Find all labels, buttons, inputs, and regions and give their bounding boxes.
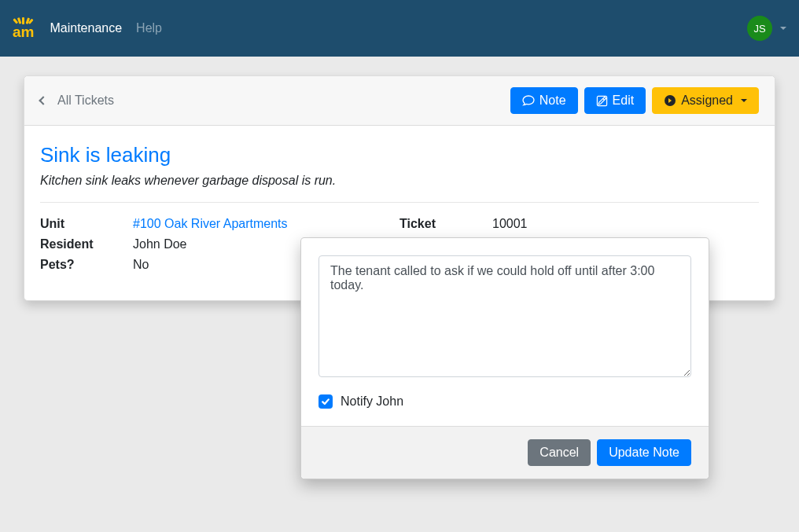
edit-icon xyxy=(596,95,608,107)
arrow-right-circle-icon xyxy=(664,94,676,107)
logo[interactable]: am xyxy=(13,17,34,39)
note-textarea[interactable] xyxy=(318,255,691,377)
unit-link[interactable]: #100 Oak River Apartments xyxy=(133,217,288,231)
status-button[interactable]: Assigned xyxy=(652,87,759,114)
cancel-button[interactable]: Cancel xyxy=(528,439,591,466)
back-link[interactable]: All Tickets xyxy=(40,94,114,108)
avatar[interactable]: JS xyxy=(747,16,772,41)
user-menu-caret-icon[interactable] xyxy=(780,27,786,30)
ticket-description: Kitchen sink leaks whenever garbage disp… xyxy=(40,174,759,203)
ticket-number-value: 10001 xyxy=(492,217,528,231)
detail-ticket: Ticket 10001 xyxy=(400,217,759,231)
modal-footer: Cancel Update Note xyxy=(301,426,709,479)
notify-label: Notify John xyxy=(341,394,403,409)
note-button[interactable]: Note xyxy=(510,87,578,114)
comment-icon xyxy=(522,94,535,107)
edit-button[interactable]: Edit xyxy=(584,87,646,114)
pets-value: No xyxy=(133,258,149,272)
nav-link-maintenance[interactable]: Maintenance xyxy=(50,21,122,35)
logo-text: am xyxy=(13,24,34,39)
detail-label-pets: Pets? xyxy=(40,258,133,272)
nav-link-help[interactable]: Help xyxy=(136,21,162,35)
detail-label-resident: Resident xyxy=(40,237,133,251)
detail-label-ticket: Ticket xyxy=(400,217,492,231)
note-modal: Notify John Cancel Update Note xyxy=(300,237,709,479)
status-button-label: Assigned xyxy=(681,94,733,108)
notify-checkbox[interactable] xyxy=(318,394,333,409)
edit-button-label: Edit xyxy=(613,94,635,108)
detail-label-unit: Unit xyxy=(40,217,133,231)
header-actions: Note Edit Assigned xyxy=(510,87,759,114)
card-header: All Tickets Note Edit Assigned xyxy=(24,76,775,126)
navbar-left: am Maintenance Help xyxy=(13,17,162,39)
resident-value: John Doe xyxy=(133,237,187,251)
navbar: am Maintenance Help JS xyxy=(0,0,799,57)
navbar-right: JS xyxy=(747,16,786,41)
ticket-title[interactable]: Sink is leaking xyxy=(40,143,759,167)
modal-body: Notify John xyxy=(301,238,709,426)
check-icon xyxy=(321,397,330,406)
chevron-left-icon xyxy=(39,96,47,105)
notify-checkbox-row[interactable]: Notify John xyxy=(318,394,691,409)
nav-links: Maintenance Help xyxy=(50,21,162,35)
status-caret-icon xyxy=(741,99,747,102)
back-link-label: All Tickets xyxy=(57,94,114,108)
update-note-button[interactable]: Update Note xyxy=(597,439,691,466)
detail-unit: Unit #100 Oak River Apartments xyxy=(40,217,400,231)
note-button-label: Note xyxy=(539,94,566,108)
